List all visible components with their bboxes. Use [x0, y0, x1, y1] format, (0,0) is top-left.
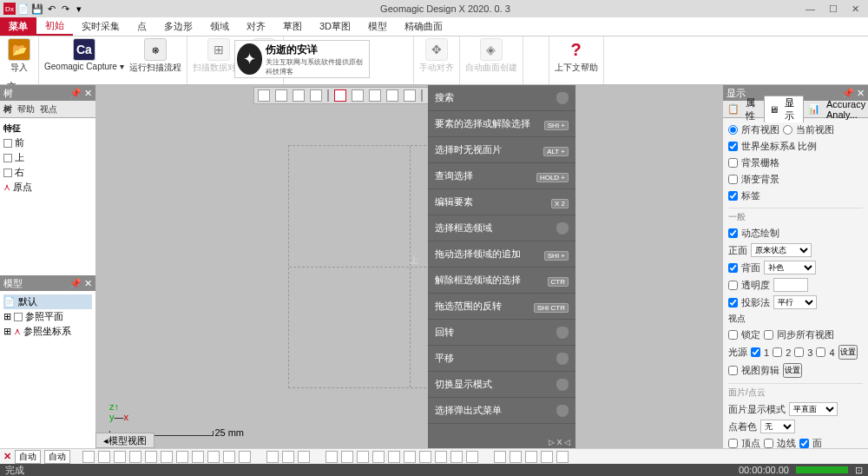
- sb-tool[interactable]: [466, 451, 478, 463]
- qat-icon[interactable]: ↷: [59, 3, 71, 15]
- radio-current-view[interactable]: [783, 125, 792, 135]
- ctx-item[interactable]: 选择时无视面片ALT +: [428, 137, 575, 163]
- sb-tool[interactable]: [161, 451, 173, 463]
- viewport[interactable]: 右 上 前 z↑y—x 25 mm ◂模型视图 搜索 要素的选择或解除选择SHI…: [95, 85, 723, 448]
- ctx-item[interactable]: 选择框选领域: [428, 215, 575, 241]
- chk-lock[interactable]: [728, 330, 738, 340]
- tab-live-capture[interactable]: 实时采集: [73, 17, 128, 36]
- qat-icon[interactable]: ▾: [73, 3, 85, 15]
- sb-tool[interactable]: [298, 451, 310, 463]
- sb-tool[interactable]: [556, 451, 569, 463]
- sb-tool[interactable]: [282, 451, 294, 463]
- sel-projection[interactable]: 平行: [773, 295, 817, 309]
- ctx-item[interactable]: 切换显示模式: [428, 372, 575, 398]
- sb-tool[interactable]: [266, 451, 279, 463]
- tab-initial[interactable]: 初始: [36, 17, 73, 36]
- sb-tool[interactable]: [341, 451, 353, 463]
- sb-tool[interactable]: [541, 451, 553, 463]
- sb-tool[interactable]: [176, 451, 188, 463]
- radio-all-views[interactable]: [728, 125, 738, 135]
- tab-help[interactable]: 帮助: [17, 103, 35, 116]
- context-help-button[interactable]: ?上下文帮助: [555, 38, 598, 74]
- tab-3dsketch[interactable]: 3D草图: [311, 17, 359, 36]
- sel-front[interactable]: 原来状态: [751, 243, 812, 257]
- chk-transparency[interactable]: [728, 281, 738, 290]
- tab-tree[interactable]: 树: [3, 103, 12, 116]
- ctx-item[interactable]: 拖选范围的反转SHI CTR: [428, 294, 575, 320]
- sb-tool[interactable]: [525, 451, 537, 463]
- sel-back[interactable]: 补色: [764, 261, 816, 274]
- sb-tool[interactable]: [388, 451, 400, 463]
- tab-polygon[interactable]: 多边形: [155, 17, 201, 36]
- sb-tool[interactable]: [326, 451, 338, 463]
- ctx-item[interactable]: 编辑要素X 2: [428, 189, 575, 215]
- sb-tool[interactable]: [192, 451, 204, 463]
- tab-region[interactable]: 领域: [201, 17, 238, 36]
- chk-bg-grid[interactable]: [728, 158, 738, 168]
- chk-dynamic-draw[interactable]: [728, 228, 738, 238]
- sb-tool[interactable]: [114, 451, 126, 463]
- maximize-button[interactable]: ☐: [829, 3, 838, 15]
- model-tree[interactable]: 📄默认 ⊞参照平面 ⊞⋏参照坐标系: [0, 291, 95, 448]
- chk-projection[interactable]: [728, 298, 738, 307]
- sb-tool[interactable]: [435, 451, 447, 463]
- tab-exact-surface[interactable]: 精确曲面: [396, 17, 451, 36]
- feature-tree[interactable]: 特征 前 上 右 ⋏原点: [0, 118, 95, 275]
- tab-points[interactable]: 点: [128, 17, 155, 36]
- ctx-item[interactable]: 平移: [428, 346, 575, 372]
- qat-icon[interactable]: 💾: [31, 3, 43, 15]
- ctx-item[interactable]: 查询选择HOLD +: [428, 163, 575, 189]
- run-scan-process-button[interactable]: ⎈运行扫描流程: [129, 38, 181, 74]
- sb-tool[interactable]: [404, 451, 416, 463]
- clip-settings-button[interactable]: 设置: [783, 363, 802, 378]
- pin-icon[interactable]: 📌 ✕: [842, 88, 865, 99]
- vp-tool[interactable]: [404, 89, 416, 102]
- sb-tool[interactable]: [419, 451, 431, 463]
- ctx-item[interactable]: 选择弹出式菜单: [428, 398, 575, 424]
- tab-sketch[interactable]: 草图: [274, 17, 311, 36]
- sb-tool[interactable]: [494, 451, 506, 463]
- sb-tool[interactable]: [145, 451, 157, 463]
- vp-tool[interactable]: [352, 89, 364, 102]
- chk-sync[interactable]: [764, 330, 773, 340]
- sb-auto-select2[interactable]: 自动: [44, 450, 70, 464]
- ctx-item[interactable]: 拖动选择领域的追加SHI +: [428, 241, 575, 268]
- sb-tool[interactable]: [129, 451, 141, 463]
- ctx-item[interactable]: 解除框选领域的选择CTR: [428, 268, 575, 294]
- chk-world-cs[interactable]: [728, 142, 738, 151]
- chk-labels[interactable]: [728, 191, 738, 201]
- close-button[interactable]: ✕: [852, 3, 859, 15]
- ctx-item[interactable]: 回转: [428, 320, 575, 346]
- sb-cancel-icon[interactable]: ✕: [3, 451, 11, 462]
- tab-viewpoint[interactable]: 视点: [40, 103, 57, 116]
- sb-auto-select[interactable]: 自动: [15, 450, 41, 464]
- sb-tool[interactable]: [450, 451, 463, 463]
- tab-align[interactable]: 对齐: [238, 17, 274, 36]
- chk-gradient-bg[interactable]: [728, 175, 738, 184]
- chk-back[interactable]: [728, 263, 738, 273]
- sb-tool[interactable]: [357, 451, 369, 463]
- footer-icon[interactable]: ⊡: [855, 465, 863, 476]
- vp-tool[interactable]: [369, 89, 381, 102]
- sb-tool[interactable]: [223, 451, 235, 463]
- vp-tool[interactable]: [258, 89, 270, 102]
- sel-mesh-display[interactable]: 平直面: [789, 402, 838, 416]
- geomagic-capture-button[interactable]: CaGeomagic Capture ▾: [44, 38, 124, 74]
- sb-tool[interactable]: [510, 451, 522, 463]
- ctx-item[interactable]: 要素的选择或解除选择SHI +: [428, 111, 575, 137]
- chk-view-clip[interactable]: [728, 366, 738, 375]
- vp-tool[interactable]: [275, 89, 287, 102]
- qat-icon[interactable]: ↶: [45, 3, 57, 15]
- vp-tool[interactable]: [386, 89, 398, 102]
- sb-tool[interactable]: [372, 451, 385, 463]
- main-menu-button[interactable]: 菜单: [0, 17, 36, 36]
- tab-model[interactable]: 模型: [359, 17, 396, 36]
- import-button[interactable]: 📂导入: [5, 38, 33, 74]
- sel-point-color[interactable]: 无: [760, 420, 795, 433]
- sb-tool[interactable]: [239, 451, 251, 463]
- qat-icon[interactable]: 📄: [17, 3, 30, 15]
- sb-tool[interactable]: [207, 451, 220, 463]
- ctx-footer[interactable]: ▷ X ◁: [549, 438, 570, 446]
- tab-accuracy[interactable]: 📊Accuracy Analy...: [804, 99, 868, 120]
- sb-tool[interactable]: [98, 451, 110, 463]
